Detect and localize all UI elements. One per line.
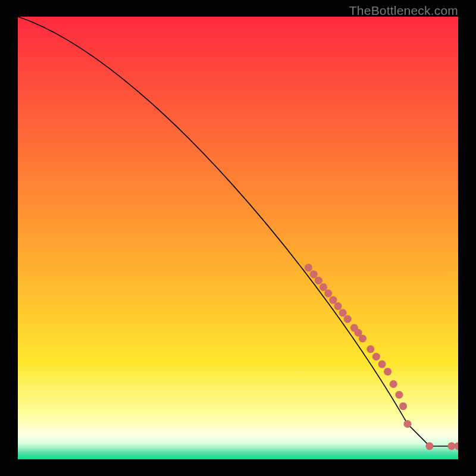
scatter-dot <box>344 315 352 323</box>
scatter-dot <box>390 380 397 388</box>
scatter-dot <box>378 361 386 368</box>
scatter-dot <box>334 302 342 310</box>
scatter-dot <box>339 309 347 317</box>
scatter-dot <box>455 442 459 450</box>
scatter-dot <box>315 277 322 284</box>
scatter-dot <box>329 296 337 304</box>
scatter-dot <box>425 442 433 450</box>
plot-area <box>18 17 458 459</box>
scatter-dot <box>359 334 367 342</box>
scatter-dot <box>320 283 327 291</box>
scatter-dot <box>395 391 403 399</box>
scatter-dot <box>372 353 380 361</box>
scatter-dot <box>403 420 411 428</box>
watermark-text: TheBottleneck.com <box>349 4 458 18</box>
chart-stage: TheBottleneck.com <box>0 0 476 476</box>
scatter-dot <box>310 271 318 278</box>
scatter-dot <box>305 264 312 271</box>
scatter-dot <box>399 402 407 410</box>
scatter-dot <box>384 368 392 375</box>
scatter-dots-layer <box>18 17 458 459</box>
scatter-dot <box>367 345 374 353</box>
scatter-dot <box>324 290 332 298</box>
